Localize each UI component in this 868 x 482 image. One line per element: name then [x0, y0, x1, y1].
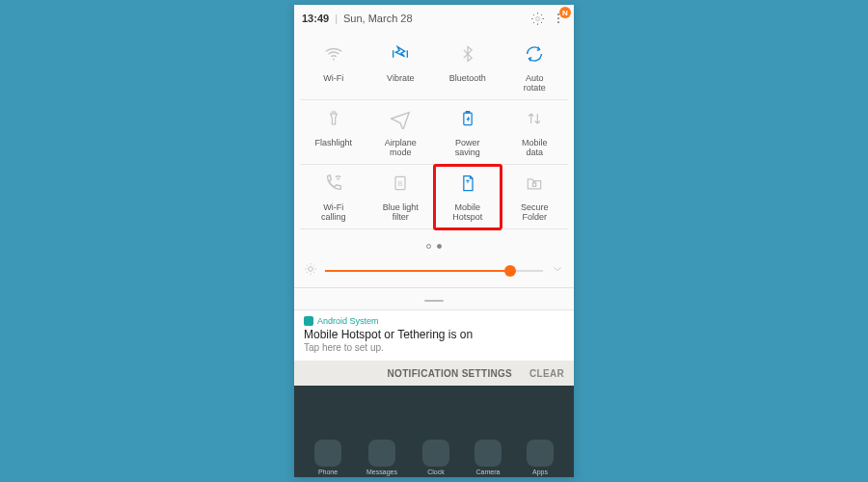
powersaving-icon: [434, 106, 502, 131]
vibrate-icon: [367, 41, 435, 67]
qs-tile-wificalling[interactable]: Wi-Fi calling: [300, 165, 367, 229]
qs-tile-label: Auto rotate: [502, 74, 569, 94]
airplane-icon: [367, 106, 435, 131]
qs-tile-label: Vibrate: [367, 74, 435, 94]
svg-point-4: [333, 59, 335, 61]
wificalling-icon: [300, 171, 367, 196]
qs-tile-powersaving[interactable]: Power saving: [434, 100, 502, 165]
qs-tile-bluelight[interactable]: BBlue light filter: [367, 165, 435, 229]
flashlight-icon: [300, 106, 367, 131]
qs-tile-label: Mobile data: [502, 139, 569, 158]
qs-tile-label: Secure Folder: [502, 203, 569, 223]
qs-tile-label: Bluetooth: [434, 74, 502, 94]
notification-title: Mobile Hotspot or Tethering is on: [304, 328, 564, 341]
mobiledata-icon: [502, 106, 569, 131]
page-indicator[interactable]: [294, 229, 574, 258]
qs-tile-securefolder[interactable]: Secure Folder: [502, 165, 569, 229]
wifi-icon: [300, 41, 367, 67]
qs-tile-label: Wi-Fi calling: [300, 203, 367, 223]
dock-app-phone[interactable]: Phone: [314, 440, 341, 475]
svg-point-2: [557, 17, 559, 19]
qs-tile-vibrate[interactable]: Vibrate: [367, 36, 435, 100]
svg-point-0: [535, 16, 539, 20]
qs-tile-autorotate[interactable]: Auto rotate: [502, 36, 569, 100]
qs-tile-label: Flashlight: [300, 139, 367, 158]
qs-tile-wifi[interactable]: Wi-Fi: [300, 36, 367, 100]
svg-point-9: [309, 267, 313, 272]
bluetooth-icon: [434, 41, 502, 67]
dock-app-messages[interactable]: Messages: [366, 440, 397, 475]
notification-source: Android System: [304, 316, 564, 326]
brightness-track[interactable]: [325, 270, 543, 272]
bluelight-icon: B: [367, 171, 435, 196]
dock-app-clock[interactable]: Clock: [422, 440, 449, 475]
android-system-icon: [304, 316, 313, 326]
svg-rect-8: [533, 183, 536, 186]
qs-tile-hotspot[interactable]: Mobile Hotspot: [434, 165, 502, 229]
clear-button[interactable]: CLEAR: [529, 368, 564, 379]
more-menu-icon[interactable]: N: [551, 11, 566, 26]
hotspot-icon: [434, 171, 502, 196]
qs-tile-mobiledata[interactable]: Mobile data: [502, 100, 569, 165]
date-text: Sun, March 28: [343, 13, 413, 24]
settings-gear-icon[interactable]: [529, 11, 545, 26]
brightness-icon: [304, 262, 317, 280]
qs-tile-bluetooth[interactable]: Bluetooth: [434, 36, 502, 100]
notification-footer: NOTIFICATION SETTINGS CLEAR: [294, 361, 574, 386]
qs-tile-label: Airplane mode: [367, 139, 435, 158]
qs-tile-label: Wi-Fi: [300, 74, 367, 94]
qs-tile-label: Blue light filter: [367, 203, 435, 223]
qs-tile-airplane[interactable]: Airplane mode: [367, 100, 435, 165]
separator: |: [335, 13, 338, 24]
qs-tile-label: Power saving: [434, 139, 502, 158]
quick-settings-grid: Wi-FiVibrateBluetoothAuto rotate Flashli…: [294, 32, 574, 229]
brightness-thumb[interactable]: [504, 265, 516, 277]
notification-subtitle: Tap here to set up.: [304, 342, 564, 353]
dock-app-apps[interactable]: Apps: [527, 440, 554, 475]
svg-text:B: B: [398, 180, 403, 187]
home-dock: PhoneMessagesClockCameraApps: [294, 386, 574, 477]
update-badge: N: [559, 7, 571, 18]
phone-frame: 13:49 | Sun, March 28 N Wi-FiVibrateBlue…: [294, 5, 574, 477]
brightness-expand-icon[interactable]: [551, 262, 564, 280]
notification-card[interactable]: Android System Mobile Hotspot or Tetheri…: [294, 309, 574, 361]
clock-text: 13:49: [302, 13, 329, 24]
status-bar: 13:49 | Sun, March 28 N: [294, 5, 574, 32]
notification-source-text: Android System: [317, 316, 379, 326]
qs-tile-flashlight[interactable]: Flashlight: [300, 100, 367, 165]
autorotate-icon: [502, 41, 569, 67]
panel-drag-handle[interactable]: [294, 288, 574, 309]
svg-point-3: [557, 21, 559, 23]
securefolder-icon: [502, 171, 569, 196]
dock-app-camera[interactable]: Camera: [475, 440, 502, 475]
brightness-slider[interactable]: [294, 258, 574, 288]
notification-settings-button[interactable]: NOTIFICATION SETTINGS: [388, 368, 512, 379]
qs-tile-label: Mobile Hotspot: [434, 203, 502, 223]
